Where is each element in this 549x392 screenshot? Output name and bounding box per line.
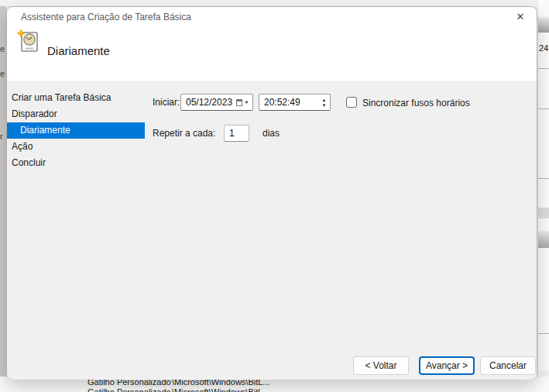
- background-window-right-strip: 24: [538, 0, 549, 392]
- spinner-down-icon[interactable]: ▼: [322, 103, 327, 108]
- time-spinner-buttons[interactable]: ▲ ▼: [318, 95, 330, 110]
- background-text-fragment: e: [0, 69, 5, 78]
- trigger-cell: Gatilho Personalizado: [87, 387, 171, 392]
- background-text-fragment: r: [0, 132, 3, 141]
- background-divider: [538, 108, 549, 109]
- sidebar-item-diariamente[interactable]: Diariamente: [7, 122, 145, 139]
- start-date-picker[interactable]: 05/12/2023 ▼: [180, 94, 253, 111]
- background-divider: [538, 178, 549, 179]
- background-text-fragment: 24: [539, 43, 548, 53]
- background-column-header: [538, 17, 549, 33]
- sidebar-item-concluir[interactable]: Concluir: [7, 155, 145, 171]
- background-divider: [538, 333, 549, 334]
- background-divider: [538, 68, 549, 69]
- repeat-days-value: 1: [225, 128, 235, 139]
- wizard-steps-sidebar: Criar uma Tarefa Básica Disparador Diari…: [7, 90, 145, 171]
- wizard-header: Diariamente: [7, 27, 537, 81]
- start-label: Iniciar:: [153, 94, 180, 111]
- basic-task-wizard-dialog: Assistente para Criação de Tarefa Básica…: [6, 6, 537, 380]
- repeat-unit-label: dias: [262, 125, 280, 142]
- back-button[interactable]: < Voltar: [353, 356, 409, 375]
- calendar-icon: [236, 99, 242, 106]
- sidebar-item-disparador[interactable]: Disparador: [7, 106, 145, 122]
- sidebar-item-criar-tarefa[interactable]: Criar uma Tarefa Básica: [7, 90, 145, 106]
- path-cell: \Microsoft\Windows\Bitl: [172, 387, 260, 392]
- background-row-band: [538, 208, 549, 218]
- start-time-spinner[interactable]: 20:52:49 ▲ ▼: [259, 94, 331, 111]
- start-time-value: 20:52:49: [259, 97, 318, 108]
- sidebar-item-acao[interactable]: Ação: [7, 139, 145, 155]
- dialog-title: Assistente para Criação de Tarefa Básica: [21, 12, 191, 22]
- sync-timezones-checkbox[interactable]: [346, 97, 357, 108]
- repeat-days-input[interactable]: 1: [224, 125, 249, 142]
- background-window-top-strip: [0, 0, 549, 6]
- page-title: Diariamente: [47, 44, 110, 57]
- background-text-fragment: e: [0, 44, 5, 53]
- cancel-button[interactable]: Cancelar: [480, 356, 536, 375]
- wizard-content: Criar uma Tarefa Básica Disparador Diari…: [7, 81, 537, 380]
- background-header-band: [538, 231, 549, 248]
- next-button[interactable]: Avançar >: [419, 356, 475, 375]
- sync-timezones-label: Sincronizar fusos horários: [362, 95, 470, 112]
- repeat-label: Repetir a cada:: [153, 125, 215, 142]
- spinner-up-icon[interactable]: ▲: [322, 98, 327, 102]
- close-icon[interactable]: ✕: [513, 10, 528, 24]
- start-date-value: 05/12/2023: [181, 97, 236, 108]
- background-window-left-strip: e e r: [0, 6, 6, 377]
- chevron-down-icon[interactable]: ▼: [244, 100, 249, 105]
- dialog-titlebar[interactable]: Assistente para Criação de Tarefa Básica…: [7, 7, 537, 27]
- task-wizard-icon: [16, 29, 41, 58]
